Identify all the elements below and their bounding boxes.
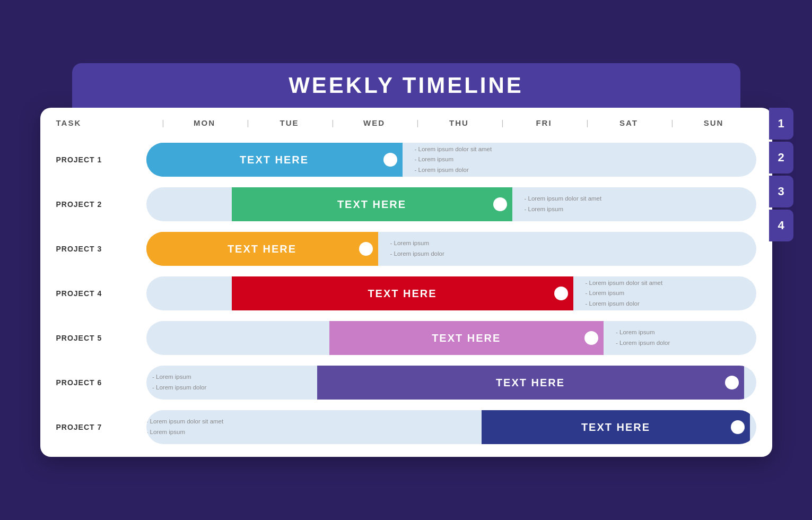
side-tab-2[interactable]: 2 (769, 142, 793, 174)
project-3-bar-wrapper: TEXT HERE (146, 232, 378, 266)
project-2-bar-wrapper: TEXT HERE (232, 187, 512, 221)
project-2-bar: TEXT HERE (232, 187, 512, 221)
project-1-bar-wrapper: TEXT HERE (146, 143, 403, 177)
projects-area: PROJECT 1 TEXT HERE - Lorem ipsum dolor … (40, 135, 772, 457)
project-3-bar: TEXT HERE (146, 232, 378, 266)
project-7-bar: TEXT HERE (482, 410, 750, 444)
side-tab-4[interactable]: 4 (769, 210, 793, 241)
project-7-label: PROJECT 7 (56, 423, 146, 431)
page-title: WEEKLY TIMELINE (93, 73, 719, 98)
project-6-left-notes: - Lorem ipsum - Lorem ipsum dolor (152, 372, 311, 393)
project-1-bar: TEXT HERE (146, 143, 403, 177)
project-1-bar-text: TEXT HERE (229, 154, 319, 166)
col-fri: FRI (502, 118, 587, 127)
project-7-bar-wrapper: TEXT HERE (482, 410, 750, 444)
project-6-bar-text: TEXT HERE (485, 377, 575, 389)
project-6-bar-wrapper: TEXT HERE (317, 366, 744, 400)
project-4-timeline: TEXT HERE - Lorem ipsum dolor sit amet -… (146, 276, 756, 310)
project-5-bar-wrapper: TEXT HERE (329, 321, 604, 355)
side-tabs: 1 2 3 4 (769, 108, 793, 241)
project-row-5: PROJECT 5 TEXT HERE - Lorem ipsum - Lore… (56, 319, 756, 357)
project-2-label: PROJECT 2 (56, 200, 146, 209)
project-4-bar: TEXT HERE (232, 276, 573, 310)
header-row: TASK MON TUE WED THU FRI SAT SUN (40, 108, 772, 135)
project-4-dot (554, 287, 568, 300)
project-6-timeline: - Lorem ipsum - Lorem ipsum dolor TEXT H… (146, 366, 756, 400)
col-task: TASK (56, 118, 162, 127)
project-2-timeline: TEXT HERE - Lorem ipsum dolor sit amet -… (146, 187, 756, 221)
project-3-label: PROJECT 3 (56, 245, 146, 253)
project-3-dot (359, 242, 373, 256)
outer-container: WEEKLY TIMELINE 1 2 3 4 TASK MON TUE WED… (40, 63, 772, 457)
project-6-label: PROJECT 6 (56, 378, 146, 387)
col-thu: THU (417, 118, 502, 127)
project-3-bar-text: TEXT HERE (217, 243, 307, 255)
project-5-notes: - Lorem ipsum - Lorem ipsum dolor (616, 327, 670, 348)
project-2-bar-text: TEXT HERE (327, 198, 417, 211)
col-sat: SAT (587, 118, 671, 127)
project-row-1: PROJECT 1 TEXT HERE - Lorem ipsum dolor … (56, 141, 756, 179)
project-5-dot (584, 331, 598, 345)
side-tab-3[interactable]: 3 (769, 176, 793, 207)
project-4-bar-wrapper: TEXT HERE (232, 276, 573, 310)
col-mon: MON (162, 118, 247, 127)
project-5-timeline: TEXT HERE - Lorem ipsum - Lorem ipsum do… (146, 321, 756, 355)
project-1-dot (383, 153, 397, 167)
project-2-notes: - Lorem ipsum dolor sit amet - Lorem ips… (525, 194, 602, 214)
project-5-bar: TEXT HERE (329, 321, 604, 355)
project-row-6: PROJECT 6 - Lorem ipsum - Lorem ipsum do… (56, 363, 756, 402)
project-3-timeline: TEXT HERE - Lorem ipsum - Lorem ipsum do… (146, 232, 756, 266)
project-7-timeline: - Lorem ipsum dolor sit amet - Lorem ips… (146, 410, 756, 444)
project-row-2: PROJECT 2 TEXT HERE - Lorem ipsum dolor … (56, 185, 756, 223)
project-6-bar: TEXT HERE (317, 366, 744, 400)
project-2-dot (493, 197, 507, 211)
project-7-left-notes: - Lorem ipsum dolor sit amet - Lorem ips… (146, 417, 224, 437)
project-5-bar-text: TEXT HERE (421, 332, 511, 344)
side-tab-1[interactable]: 1 (769, 108, 793, 140)
project-4-bar-text: TEXT HERE (357, 288, 447, 300)
main-card: 1 2 3 4 TASK MON TUE WED THU FRI SAT SUN… (40, 108, 772, 457)
project-1-timeline: TEXT HERE - Lorem ipsum dolor sit amet -… (146, 143, 756, 177)
project-7-bar-text: TEXT HERE (571, 421, 661, 434)
col-wed: WED (332, 118, 417, 127)
project-3-notes: - Lorem ipsum - Lorem ipsum dolor (390, 238, 444, 259)
project-7-dot (731, 420, 745, 434)
project-1-label: PROJECT 1 (56, 155, 146, 164)
col-tue: TUE (247, 118, 332, 127)
project-row-3: PROJECT 3 TEXT HERE - Lorem ipsum - Lore… (56, 230, 756, 268)
project-6-dot (725, 376, 739, 389)
project-1-notes: - Lorem ipsum dolor sit amet - Lorem ips… (415, 144, 492, 176)
project-4-notes: - Lorem ipsum dolor sit amet - Lorem ips… (586, 278, 663, 309)
project-4-label: PROJECT 4 (56, 289, 146, 298)
title-banner: WEEKLY TIMELINE (72, 63, 740, 108)
project-row-4: PROJECT 4 TEXT HERE - Lorem ipsum dolor … (56, 274, 756, 313)
project-5-label: PROJECT 5 (56, 334, 146, 342)
project-row-7: PROJECT 7 - Lorem ipsum dolor sit amet -… (56, 408, 756, 446)
col-sun: SUN (671, 118, 756, 127)
